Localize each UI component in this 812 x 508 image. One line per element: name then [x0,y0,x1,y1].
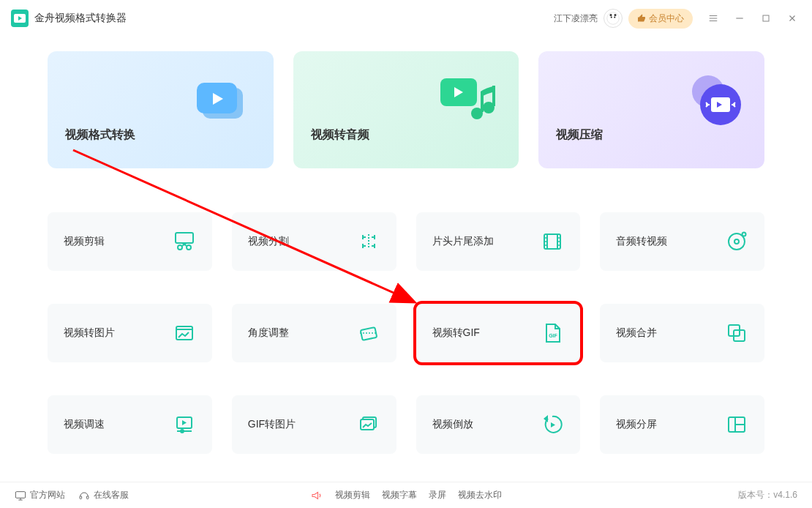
svg-rect-42 [360,327,376,340]
close-button[interactable] [783,10,801,27]
disc-icon [725,230,748,253]
headset-icon [78,490,90,501]
svg-marker-48 [182,420,187,425]
grid-label: 视频调速 [64,418,105,431]
svg-point-5 [610,14,612,16]
maximize-button[interactable] [757,10,775,27]
member-center-button[interactable]: 会员中心 [628,9,693,29]
svg-rect-64 [86,496,89,498]
grid-label: 视频转图片 [64,326,115,340]
megaphone-icon [310,490,323,501]
bottom-bar: 官方网站 在线客服 视频剪辑 视频字幕 录屏 视频去水印 版本号：v4.1.6 [0,482,812,508]
minimize-button[interactable] [731,10,748,27]
feature-video-compress[interactable]: 视频压缩 [538,51,764,168]
svg-text:GIF: GIF [549,333,557,338]
video-convert-icon [189,70,255,135]
official-website-link[interactable]: 官方网站 [15,489,65,501]
tool-video-to-image[interactable]: 视频转图片 [48,304,212,362]
grid-row-2: 视频转图片 角度调整 视频转GIF GIF 视频合并 [48,304,764,362]
version-label: 版本号：v4.1.6 [738,489,797,501]
grid-label: 视频倒放 [432,418,473,431]
title-left: 金舟视频格式转换器 [11,10,127,27]
svg-point-3 [611,16,612,18]
tool-audio-to-video[interactable]: 音频转视频 [600,212,764,271]
grid-label: 视频剪辑 [64,235,105,248]
rotate-icon [357,321,380,345]
title-right: 江下凌漂亮 会员中心 [554,9,801,29]
bottom-center: 视频剪辑 视频字幕 录屏 视频去水印 [310,489,502,501]
feature-label: 视频压缩 [556,127,603,143]
tool-video-reverse[interactable]: 视频倒放 [416,395,581,454]
grid-row-1: 视频剪辑 视频分割 片头片尾添加 音频转视频 [48,212,764,271]
tool-video-speed[interactable]: 视频调速 [48,395,212,454]
tool-gif-to-image[interactable]: GIF转图片 [232,395,396,454]
promo-link[interactable]: 视频去水印 [458,489,502,501]
split-icon [357,230,380,253]
scissors-icon [173,230,196,253]
speed-icon [173,413,196,436]
grid-row-3: 视频调速 GIF转图片 视频倒放 视频分屏 [48,395,764,454]
feature-label: 视频转音频 [311,127,369,143]
gif-file-icon: GIF [541,321,564,345]
svg-rect-8 [763,15,769,21]
svg-rect-63 [80,496,82,498]
grid-label: 角度调整 [248,326,289,340]
feature-label: 视频格式转换 [65,127,135,143]
svg-point-24 [187,245,191,250]
window-controls [704,10,801,27]
grid-label: 片头片尾添加 [432,235,494,248]
tool-video-to-gif[interactable]: 视频转GIF GIF [416,304,581,362]
grid-label: 视频分屏 [616,418,657,431]
member-label: 会员中心 [649,12,684,25]
svg-point-23 [178,245,182,250]
promo-link[interactable]: 视频字幕 [382,489,417,501]
reverse-icon [541,413,564,436]
title-bar: 金舟视频格式转换器 江下凌漂亮 会员中心 [0,0,812,37]
svg-marker-54 [551,422,555,427]
tool-video-split-screen[interactable]: 视频分屏 [600,395,764,454]
menu-button[interactable] [704,10,722,27]
svg-point-39 [743,233,746,236]
svg-point-6 [614,14,617,16]
main-content: 视频格式转换 视频转音频 [0,37,812,454]
merge-icon [725,321,748,345]
tool-video-split[interactable]: 视频分割 [232,212,396,271]
tool-video-trim[interactable]: 视频剪辑 [48,212,212,271]
promo-link[interactable]: 录屏 [429,489,446,501]
image-icon [173,321,196,345]
svg-rect-22 [176,233,193,243]
grid-label: 视频合并 [616,326,657,340]
svg-rect-60 [15,491,25,498]
svg-point-38 [734,239,739,244]
tool-intro-outro[interactable]: 片头片尾添加 [416,212,581,271]
app-title: 金舟视频格式转换器 [34,12,127,25]
feature-video-to-audio[interactable]: 视频转音频 [293,51,519,168]
svg-point-2 [607,12,620,25]
film-icon [541,230,564,253]
video-compress-icon [680,70,746,135]
svg-point-4 [614,16,615,18]
split-screen-icon [725,413,748,436]
feature-format-convert[interactable]: 视频格式转换 [48,51,274,168]
tool-video-merge[interactable]: 视频合并 [600,304,764,362]
monitor-icon [15,490,26,501]
support-link[interactable]: 在线客服 [78,489,129,501]
video-audio-icon [435,70,500,135]
grid-label: 视频分割 [248,235,289,248]
svg-point-50 [180,429,184,433]
grid-label: 视频转GIF [432,326,480,340]
app-logo-icon [11,10,29,27]
promo-link[interactable]: 视频剪辑 [335,489,370,501]
grid-label: GIF转图片 [248,418,296,431]
bottom-left: 官方网站 在线客服 [15,489,129,501]
grid-label: 音频转视频 [616,235,667,248]
thumbs-up-icon [637,14,646,23]
avatar[interactable] [604,9,623,28]
username[interactable]: 江下凌漂亮 [554,12,598,25]
tool-rotate[interactable]: 角度调整 [232,304,396,362]
gif-images-icon [357,413,380,436]
svg-rect-52 [361,419,374,430]
feature-row: 视频格式转换 视频转音频 [48,51,764,168]
